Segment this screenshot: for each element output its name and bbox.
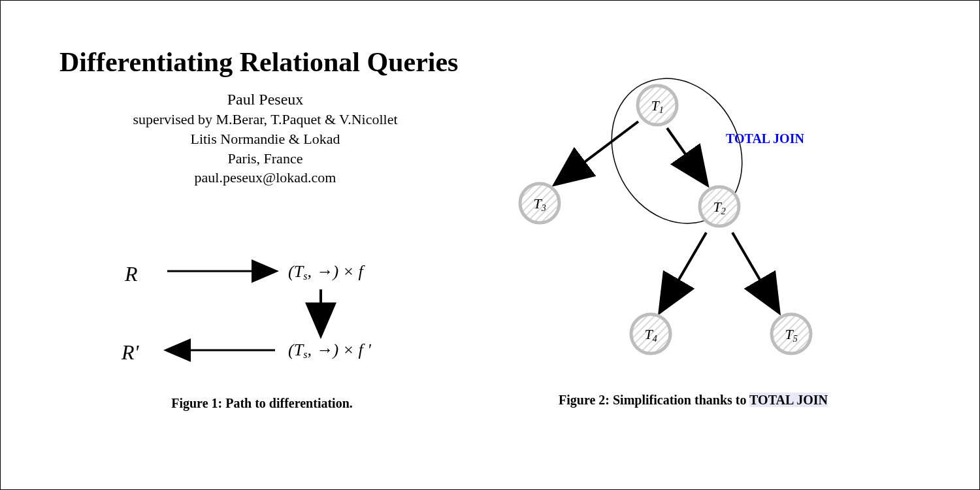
fig2-svg: T1 T3 T2 T4 T5 bbox=[471, 63, 915, 402]
page: Differentiating Relational Queries Paul … bbox=[0, 0, 980, 490]
node-T3: T3 bbox=[520, 184, 559, 223]
total-join-label: TOTAL JOIN bbox=[726, 131, 804, 146]
fig1-label-right-bottom: (Ts, →) × f ′ bbox=[288, 340, 371, 361]
author-name: Paul Peseux bbox=[59, 89, 471, 110]
fig1-label-R: R bbox=[125, 262, 138, 286]
svg-line-9 bbox=[732, 233, 778, 311]
svg-point-5 bbox=[587, 56, 767, 246]
author-affiliation-2: Paris, France bbox=[59, 149, 471, 169]
node-T5: T5 bbox=[772, 314, 811, 353]
figure-1-caption: Figure 1: Path to differentiation. bbox=[79, 396, 445, 411]
fig1-label-Rprime: R' bbox=[122, 340, 139, 365]
svg-line-8 bbox=[661, 233, 706, 311]
node-T2: T2 bbox=[700, 187, 739, 226]
author-affiliation-1: Litis Normandie & Lokad bbox=[59, 129, 471, 149]
figure-1: R R' (Ts, →) × f (Ts, →) × f ′ bbox=[79, 242, 445, 399]
paper-title: Differentiating Relational Queries bbox=[59, 46, 458, 78]
fig1-label-right-top: (Ts, →) × f bbox=[288, 262, 363, 282]
author-email: paul.peseux@lokad.com bbox=[59, 168, 471, 188]
figure-2-caption: Figure 2: Simplification thanks to TOTAL… bbox=[471, 393, 915, 408]
figure-2: T1 T3 T2 T4 T5 TOTAL JOIN bbox=[471, 63, 915, 402]
total-join-highlight: TOTAL JOIN bbox=[749, 393, 828, 407]
node-T1: T1 bbox=[638, 86, 677, 125]
author-block: Paul Peseux supervised by M.Berar, T.Paq… bbox=[59, 89, 471, 188]
author-supervised: supervised by M.Berar, T.Paquet & V.Nico… bbox=[59, 110, 471, 129]
svg-line-6 bbox=[556, 122, 638, 184]
node-T4: T4 bbox=[631, 314, 670, 353]
svg-line-7 bbox=[667, 128, 706, 184]
